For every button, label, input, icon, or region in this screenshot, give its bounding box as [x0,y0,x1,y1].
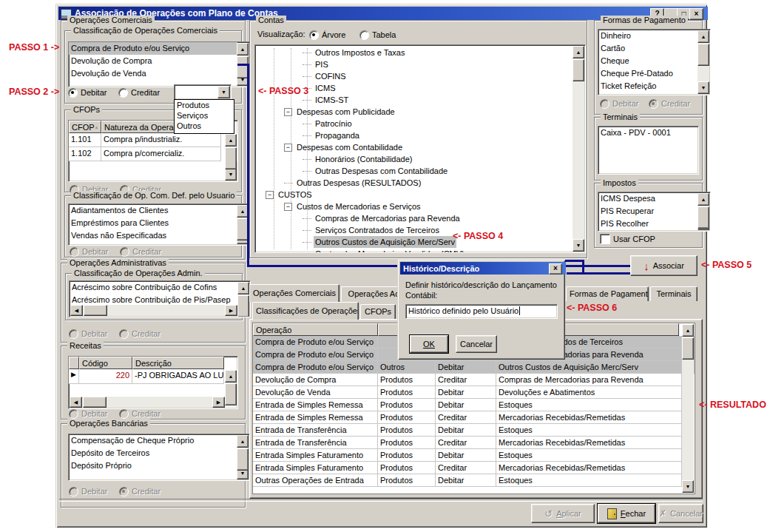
scrollbar-thumb[interactable] [84,305,107,316]
tab-terminais[interactable]: Terminais [650,286,698,301]
association-row[interactable]: Devolução de VendaProdutosDebitarDevoluç… [253,386,695,399]
scrollbar-track[interactable] [698,43,709,81]
list-item[interactable]: PIS Recuperar [598,205,698,218]
scroll-up-button[interactable]: ▲ [698,193,709,206]
radio-arvore[interactable]: Árvore [309,30,345,40]
list-item[interactable]: Devolução de Venda [69,67,237,80]
list-item[interactable]: Depósito de Terceiros [69,447,237,459]
list-item[interactable]: Depósito Próprio [69,459,237,472]
dialog-cancel-button[interactable]: Cancelar [456,335,497,353]
scroll-up-button[interactable]: ▲ [237,435,249,448]
checkbox-icon[interactable] [600,234,610,244]
scrollbar-thumb[interactable] [225,147,237,169]
tree-node-label[interactable]: Despesas com Publicidade [295,106,396,118]
list-item[interactable]: Vendas não Especificadas [69,229,237,242]
radio-tabela[interactable]: Tabela [359,30,396,40]
scroll-right-button[interactable]: ▶ [225,305,237,316]
radio-icon[interactable] [309,30,319,40]
ok-button[interactable]: OK [410,335,448,353]
scrollbar-thumb[interactable] [225,383,237,405]
list-item[interactable]: PIS Recolher [598,218,698,230]
scrollbar-thumb[interactable] [237,295,249,317]
tree-node-label[interactable]: Custos das Mercadorias Vendidas (CMV) [314,248,466,252]
tree-node[interactable]: −Despesas com Publicidade [255,106,573,118]
association-row[interactable]: Entrada Simples FaturamentoProdutosCredi… [253,462,695,474]
tree-node-label[interactable]: PIS [314,58,330,70]
list-item[interactable]: Cartão [598,42,698,55]
associar-button[interactable]: ↓ Associar [630,255,698,276]
list-item[interactable]: ICMS Despesa [598,192,698,205]
scroll-left-button[interactable]: ◀ [70,397,82,408]
scroll-right-button[interactable]: ▶ [212,397,225,408]
dialog-close-button[interactable]: × [549,263,562,275]
radio-debitar-comerciais[interactable]: Debitar [68,87,107,98]
receitas-col-codigo[interactable]: Código [79,357,132,369]
tree-node-label[interactable]: Outros Custos de Aquisição Merc/Serv [314,236,456,248]
tree-node[interactable]: Propaganda [255,129,573,141]
fechar-button[interactable]: Fechar [598,504,655,523]
scroll-down-button[interactable]: ▼ [682,480,694,493]
tree-node[interactable]: −CUSTOS [255,189,573,201]
association-row[interactable]: Devolução de CompraProdutosCreditarCompr… [253,374,695,386]
list-item[interactable]: Cheque [598,55,698,67]
collapse-icon[interactable]: − [284,108,292,116]
scroll-down-button[interactable]: ▼ [225,168,237,181]
tree-node-label[interactable]: CUSTOS [277,189,314,201]
tree-node-label[interactable]: Outras Despesas com Contabilidade [314,165,449,177]
close-button[interactable]: × [689,8,703,20]
list-item[interactable]: Outros [175,121,234,131]
list-item[interactable]: Caixa - PDV - 0001 [598,127,698,139]
grid-col-operacao[interactable]: Operação [253,323,378,336]
radio-icon[interactable] [118,88,128,98]
tree-node-label[interactable]: Compras de Mercadorias para Revenda [314,212,462,224]
scroll-down-button[interactable]: ▼ [698,81,709,94]
combo-dropdown-button[interactable]: ▼ [217,86,230,98]
scrollbar-thumb[interactable] [698,44,709,66]
list-item[interactable]: Serviços [175,110,234,121]
subtab-classificacoes-de-operacoes[interactable]: Classificações de Operações [252,302,359,320]
scrollbar-track[interactable] [573,58,584,239]
scrollbar-thumb[interactable] [682,337,694,360]
collapse-icon[interactable]: − [266,191,274,199]
tree-node-label[interactable]: Outros Impostos e Taxas [314,47,406,58]
association-row[interactable]: Entrada de TransferênciaProdutosCreditar… [253,437,695,449]
tree-node[interactable]: Outros Impostos e Taxas [255,47,573,58]
tree-node[interactable]: Outras Despesas (RESULTADOS) [255,177,573,189]
scrollbar-track[interactable] [225,147,237,168]
radio-icon[interactable] [359,30,369,40]
scrollbar-track[interactable] [82,397,212,408]
tree-node-label[interactable]: Outras Despesas (RESULTADOS) [295,177,422,189]
cancelar-button[interactable]: ✗ Cancelar [658,504,703,523]
list-item[interactable]: Adiantamentos de Clientes [69,204,237,217]
scrollbar-track[interactable] [83,305,225,316]
tree-node[interactable]: Patrocínio [255,118,573,129]
list-item[interactable]: Empréstimos para Clientes [69,217,237,229]
collapse-icon[interactable]: − [284,144,292,152]
tree-node-label[interactable]: Serviços Contratados de Terceiros [314,224,441,236]
scrollbar-thumb[interactable] [83,397,107,408]
scrollbar-track[interactable] [682,337,694,480]
subtab-cfops[interactable]: CFOPs [360,304,396,319]
historico-input[interactable]: Histórico definido pelo Usuário [405,304,558,319]
cfop-row[interactable]: 1.102Compra p/comercializ. [69,147,237,161]
list-item[interactable]: Compra de Produto e/ou Serviço [69,42,237,55]
list-item[interactable]: Acréscimo sobre Contribuição de Cofins [70,281,238,294]
tree-node-label[interactable]: Honorários (Contabilidade) [314,153,413,165]
scroll-up-button[interactable]: ▲ [237,282,249,294]
scrollbar-thumb[interactable] [237,448,249,471]
association-row[interactable]: Entrada de TransferênciaProdutosDebitarE… [253,424,695,437]
scrollbar-thumb[interactable] [573,59,584,81]
receitas-row[interactable]: ▶ 220 -PJ OBRIGADAS AO LUCRO P [69,369,237,384]
collapse-icon[interactable]: − [284,203,292,211]
scrollbar-track[interactable] [698,206,709,218]
list-item[interactable]: Devolução de Compra [69,55,237,67]
usar-cfop-checkbox[interactable]: Usar CFOP [600,234,655,244]
scroll-left-button[interactable]: ◀ [70,305,83,316]
tree-node-label[interactable]: ICMS-ST [314,94,350,106]
aplicar-button[interactable]: ↺ Aplicar [531,504,595,523]
scrollbar-thumb[interactable] [698,206,709,229]
tab-formas-de-pagamento[interactable]: Formas de Pagamento [566,286,649,301]
tree-node-label[interactable]: Propaganda [314,129,361,141]
tree-node[interactable]: Compras de Mercadorias para Revenda [255,212,573,224]
list-item[interactable]: Dinheiro [598,30,698,42]
